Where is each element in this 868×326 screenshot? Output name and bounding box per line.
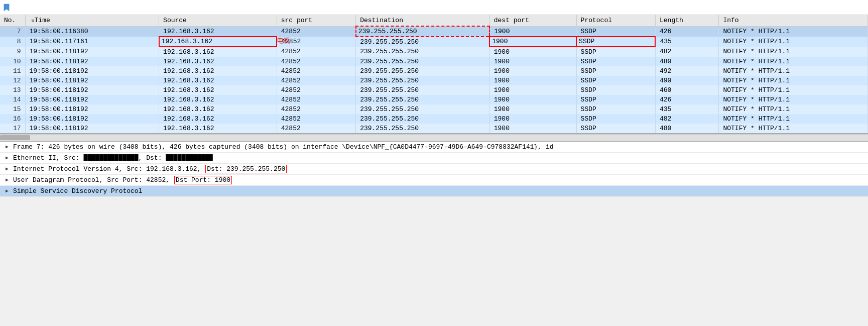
table-row[interactable]: 819:58:00.117161192.168.3.162电视42852239.…	[0, 37, 868, 47]
col-no: No.	[0, 15, 25, 26]
cell-no: 16	[0, 114, 25, 124]
cell-no: 10	[0, 57, 25, 66]
cell-length: 460	[655, 85, 718, 95]
detail-row-ipv4[interactable]: ▶Internet Protocol Version 4, Src: 192.1…	[0, 164, 868, 175]
cell-destination: 239.255.255.250	[356, 114, 490, 124]
cell-length: 435	[655, 37, 718, 47]
cell-time: 19:58:00.118192	[25, 104, 159, 114]
cell-destination: 239.255.255.250	[356, 104, 490, 114]
detail-row-ethernet[interactable]: ▶Ethernet II, Src: ██████████████, Dst: …	[0, 153, 868, 164]
table-row[interactable]: 719:58:00.116380192.168.3.16242852239.25…	[0, 26, 868, 37]
table-row[interactable]: 1419:58:00.118192192.168.3.16242852239.2…	[0, 95, 868, 104]
cell-srcport: 42852	[277, 66, 355, 76]
cell-time: 19:58:00.118192	[25, 124, 159, 133]
cell-source: 192.168.3.162	[159, 114, 277, 124]
table-row[interactable]: 1219:58:00.118192192.168.3.16242852239.2…	[0, 76, 868, 85]
sort-icon: ⇅	[32, 18, 35, 24]
cell-srcport: 42852	[277, 124, 355, 133]
table-row[interactable]: 1319:58:00.118192192.168.3.16242852239.2…	[0, 85, 868, 95]
cell-time: 19:58:00.116380	[25, 26, 159, 37]
cell-source: 192.168.3.162	[159, 66, 277, 76]
expand-icon: ▶	[4, 188, 10, 194]
cell-destination: 239.255.255.250	[356, 57, 490, 66]
table-row[interactable]: 919:58:00.118192192.168.3.16242852239.25…	[0, 47, 868, 57]
cell-srcport: 42852	[277, 85, 355, 95]
cell-no: 17	[0, 124, 25, 133]
detail-text-frame: Frame 7: 426 bytes on wire (3408 bits), …	[13, 143, 554, 151]
filter-input[interactable]	[14, 4, 866, 11]
cell-source: 192.168.3.162	[159, 57, 277, 66]
scrollbar-thumb[interactable]	[0, 135, 30, 140]
cell-destport: 1900	[489, 95, 576, 104]
cell-time: 19:58:00.118192	[25, 57, 159, 66]
col-protocol: Protocol	[576, 15, 655, 26]
cell-no: 15	[0, 104, 25, 114]
cell-source: 192.168.3.162	[159, 26, 277, 37]
cell-protocol: SSDP	[576, 95, 655, 104]
cell-protocol: SSDP	[576, 85, 655, 95]
col-source: Source	[159, 15, 277, 26]
cell-source: 192.168.3.162	[159, 47, 277, 57]
cell-destination: 239.255.255.250	[356, 26, 490, 37]
cell-length: 490	[655, 76, 718, 85]
col-info: Info	[719, 15, 868, 26]
cell-info: NOTIFY * HTTP/1.1	[719, 47, 868, 57]
cell-info: NOTIFY * HTTP/1.1	[719, 26, 868, 37]
cell-protocol: SSDP	[576, 76, 655, 85]
cell-length: 492	[655, 66, 718, 76]
cell-destport: 1900	[489, 104, 576, 114]
table-row[interactable]: 1019:58:00.118192192.168.3.16242852239.2…	[0, 57, 868, 66]
cell-destport: 1900	[489, 66, 576, 76]
cell-length: 426	[655, 26, 718, 37]
detail-row-frame[interactable]: ▶Frame 7: 426 bytes on wire (3408 bits),…	[0, 142, 868, 153]
cell-srcport: 42852	[277, 47, 355, 57]
red-box-udp: Dst Port: 1900	[174, 176, 232, 184]
cell-srcport: 42852	[277, 114, 355, 124]
cell-source: 192.168.3.162	[159, 85, 277, 95]
scrollbar-track	[0, 135, 868, 140]
horizontal-scrollbar[interactable]	[0, 134, 868, 141]
cell-no: 11	[0, 66, 25, 76]
cell-info: NOTIFY * HTTP/1.1	[719, 85, 868, 95]
cell-destination: 239.255.255.250	[356, 76, 490, 85]
cell-info: NOTIFY * HTTP/1.1	[719, 66, 868, 76]
cell-info: NOTIFY * HTTP/1.1	[719, 95, 868, 104]
col-srcport: src port	[277, 15, 355, 26]
cell-length: 480	[655, 124, 718, 133]
cell-info: NOTIFY * HTTP/1.1	[719, 37, 868, 47]
cell-protocol: SSDP	[576, 124, 655, 133]
col-time: ⇅Time	[25, 15, 159, 26]
cell-srcport: 42852	[277, 95, 355, 104]
expand-icon: ▶	[4, 144, 10, 150]
cell-time: 19:58:00.117161	[25, 37, 159, 47]
cell-protocol: SSDP	[576, 26, 655, 37]
cell-destination: 239.255.255.250	[356, 37, 490, 47]
cell-info: NOTIFY * HTTP/1.1	[719, 104, 868, 114]
cell-destport: 1900	[489, 37, 576, 47]
table-row[interactable]: 1719:58:00.118192192.168.3.16242852239.2…	[0, 124, 868, 133]
red-box-ipv4: Dst: 239.255.255.250	[205, 165, 287, 173]
cell-destination: 239.255.255.250	[356, 124, 490, 133]
cell-source: 192.168.3.162	[159, 76, 277, 85]
cell-destport: 1900	[489, 47, 576, 57]
packet-tbody: 719:58:00.116380192.168.3.16242852239.25…	[0, 26, 868, 133]
table-row[interactable]: 1619:58:00.118192192.168.3.16242852239.2…	[0, 114, 868, 124]
cell-protocol: SSDP	[576, 104, 655, 114]
cell-info: NOTIFY * HTTP/1.1	[719, 57, 868, 66]
filter-bar	[0, 0, 868, 15]
packet-table-wrap: No. ⇅Time Source src port Destination de…	[0, 15, 868, 134]
detail-row-udp[interactable]: ▶User Datagram Protocol, Src Port: 42852…	[0, 175, 868, 186]
table-row[interactable]: 1119:58:00.118192192.168.3.16242852239.2…	[0, 66, 868, 76]
table-row[interactable]: 1519:58:00.118192192.168.3.16242852239.2…	[0, 104, 868, 114]
cell-destination: 239.255.255.250	[356, 95, 490, 104]
cell-no: 14	[0, 95, 25, 104]
expand-icon: ▶	[4, 166, 10, 172]
cell-length: 482	[655, 114, 718, 124]
cell-length: 482	[655, 47, 718, 57]
cell-protocol: SSDP	[576, 37, 655, 47]
cell-source: 192.168.3.162	[159, 95, 277, 104]
col-length: Length	[655, 15, 718, 26]
cell-destport: 1900	[489, 76, 576, 85]
cell-source: 192.168.3.162	[159, 104, 277, 114]
detail-row-ssdp[interactable]: ▶Simple Service Discovery Protocol	[0, 186, 868, 197]
